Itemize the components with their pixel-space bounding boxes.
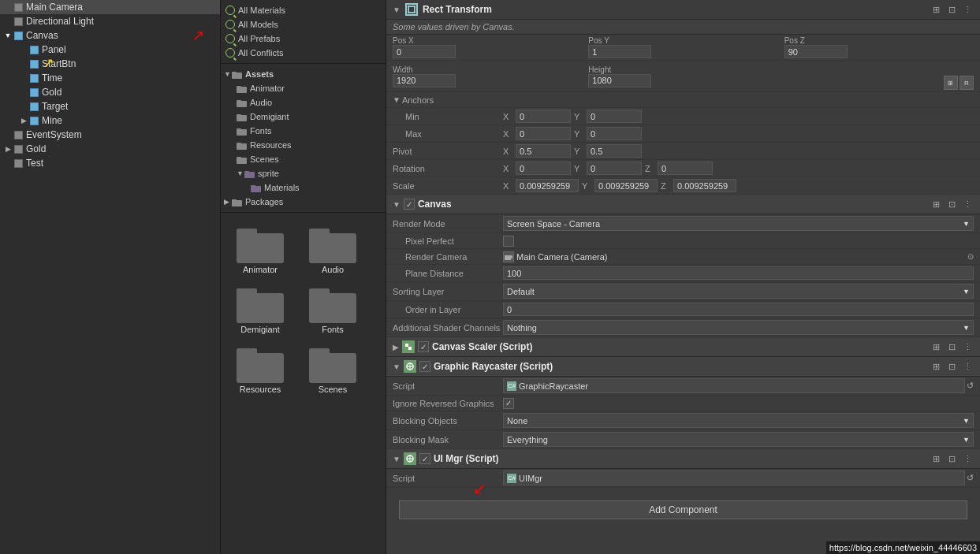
anchors-min-x-input[interactable] <box>516 110 571 123</box>
folder-icon-materials <box>251 184 261 192</box>
hierarchy-item-panel[interactable]: Panel <box>0 43 220 57</box>
search-all-conflicts[interactable]: All Conflicts <box>221 46 386 60</box>
plane-distance-input[interactable] <box>503 266 974 280</box>
asset-folder-scenes[interactable]: Scenes <box>301 344 364 394</box>
graphic-raycaster-checkbox[interactable]: ✓ <box>419 361 430 372</box>
anchors-toggle[interactable]: ▼ Anchors <box>393 95 512 105</box>
expand-canvas-scaler[interactable]: ▶ <box>393 343 399 351</box>
wh-btn-b[interactable]: R <box>960 76 974 90</box>
hierarchy-item-gold-child[interactable]: Gold <box>0 85 220 99</box>
pivot-y-input[interactable] <box>587 144 642 158</box>
asset-folder-animator[interactable]: Animator <box>229 224 292 274</box>
hierarchy-item-gold[interactable]: ▶ Gold <box>0 142 220 156</box>
hierarchy-item-startbtn[interactable]: StartBtn ↗ <box>0 57 220 71</box>
hierarchy-item-test[interactable]: Test <box>0 156 220 170</box>
scale-y-input[interactable] <box>594 179 658 192</box>
height-input[interactable] <box>588 74 651 87</box>
canvas-scaler-btn1[interactable]: ⊞ <box>930 340 942 353</box>
hierarchy-item-time[interactable]: Time <box>0 71 220 85</box>
ui-mgr-btn2[interactable]: ⊡ <box>945 452 958 465</box>
asset-folder-demigiant[interactable]: Demigiant <box>229 284 292 334</box>
hierarchy-item-target[interactable]: Target <box>0 99 220 113</box>
search-all-models[interactable]: All Models <box>221 17 386 32</box>
add-component-button[interactable]: Add Component <box>399 500 967 519</box>
anchors-max-x-input[interactable] <box>516 127 571 140</box>
search-all-materials[interactable]: All Materials <box>221 3 386 17</box>
tree-item-resources[interactable]: Resources <box>221 138 386 152</box>
pivot-x-input[interactable] <box>516 144 571 158</box>
pos-y-input[interactable] <box>588 45 651 58</box>
canvas-btn2[interactable]: ⊡ <box>945 198 958 210</box>
canvas-scaler-checkbox[interactable]: ✓ <box>418 341 429 352</box>
anchors-max-y-input[interactable] <box>587 127 642 140</box>
expand-anchors[interactable]: ▼ <box>393 95 401 104</box>
search-icon-materials <box>225 6 235 15</box>
canvas-btn1[interactable]: ⊞ <box>930 198 942 210</box>
rotation-y-input[interactable] <box>587 162 642 175</box>
hierarchy-item-eventsystem[interactable]: EventSystem <box>0 128 220 142</box>
tree-item-sprite[interactable]: ▼ sprite <box>221 166 386 180</box>
search-all-prefabs[interactable]: All Prefabs <box>221 32 386 46</box>
expand-assets[interactable]: ▼ <box>224 70 232 78</box>
tree-item-animator[interactable]: Animator <box>221 81 386 95</box>
render-mode-dropdown[interactable]: Screen Space - Camera ▼ <box>503 216 974 231</box>
expand-canvas[interactable]: ▼ <box>393 200 401 209</box>
ui-mgr-btn3[interactable]: ⋮ <box>961 452 974 465</box>
scale-x-input[interactable] <box>516 179 579 192</box>
tree-item-assets[interactable]: ▼ Assets <box>221 67 386 81</box>
tree-item-scenes[interactable]: Scenes <box>221 152 386 166</box>
rect-icon-btn1[interactable]: ⊞ <box>930 3 942 16</box>
target-icon[interactable]: ⊙ <box>967 252 974 261</box>
expand-arrow-rect[interactable]: ▼ <box>393 6 401 14</box>
expand-arrow-canvas[interactable]: ▼ <box>3 31 13 40</box>
sorting-layer-dropdown[interactable]: Default ▼ <box>503 284 974 299</box>
tree-item-fonts[interactable]: Fonts <box>221 124 386 138</box>
asset-folder-audio[interactable]: Audio <box>301 224 364 274</box>
expand-sprite[interactable]: ▼ <box>237 169 244 177</box>
blocking-mask-dropdown[interactable]: Everything ▼ <box>503 432 974 447</box>
width-input[interactable] <box>393 74 456 87</box>
shader-channels-dropdown[interactable]: Nothing ▼ <box>503 320 974 335</box>
blocking-objects-dropdown[interactable]: None ▼ <box>503 413 974 428</box>
tree-item-packages[interactable]: ▶ Packages <box>221 195 386 209</box>
graphic-raycaster-btn1[interactable]: ⊞ <box>930 360 942 373</box>
gr-refresh-icon[interactable]: ↺ <box>967 381 974 391</box>
hierarchy-item-main-camera[interactable]: Main Camera <box>0 0 220 14</box>
expand-graphic-raycaster[interactable]: ▼ <box>393 363 401 371</box>
tree-item-demigiant[interactable]: Demigiant <box>221 110 386 124</box>
expand-arrow-mine[interactable]: ▶ <box>19 116 28 125</box>
graphic-raycaster-btn3[interactable]: ⋮ <box>961 360 974 373</box>
gr-script-value: GraphicRaycaster <box>519 381 961 391</box>
pos-x-input[interactable] <box>393 45 456 58</box>
asset-folder-fonts[interactable]: Fonts <box>301 284 364 334</box>
asset-folder-resources[interactable]: Resources <box>229 344 292 394</box>
scale-z-input[interactable] <box>673 179 736 192</box>
ui-mgr-btn1[interactable]: ⊞ <box>930 452 942 465</box>
ui-mgr-checkbox[interactable]: ✓ <box>419 453 430 464</box>
graphic-raycaster-btn2[interactable]: ⊡ <box>945 360 958 373</box>
rect-icon-btn2[interactable]: ⊡ <box>945 3 958 16</box>
tree-item-audio[interactable]: Audio <box>221 95 386 110</box>
anchors-min-y-input[interactable] <box>587 110 642 123</box>
canvas-checkbox[interactable]: ✓ <box>404 199 415 210</box>
tree-item-materials[interactable]: Materials <box>221 180 386 195</box>
order-in-layer-input[interactable] <box>503 303 974 316</box>
expand-arrow-gold[interactable]: ▶ <box>3 144 13 154</box>
pos-z-input[interactable] <box>784 45 848 58</box>
canvas-btn3[interactable]: ⋮ <box>961 198 974 210</box>
wh-btn-r[interactable]: ⊞ <box>944 76 958 90</box>
rotation-z-input[interactable] <box>658 162 713 175</box>
expand-packages[interactable]: ▶ <box>224 198 232 206</box>
hierarchy-item-canvas[interactable]: ▼ Canvas ↗ <box>0 28 220 43</box>
canvas-scaler-btn2[interactable]: ⊡ <box>945 340 958 353</box>
ignore-reversed-checkbox[interactable]: ✓ <box>503 398 514 409</box>
hierarchy-item-directional-light[interactable]: Directional Light <box>0 14 220 28</box>
canvas-scaler-btn3[interactable]: ⋮ <box>961 340 974 353</box>
dropdown-arrow-render: ▼ <box>963 220 970 228</box>
rect-icon-btn3[interactable]: ⋮ <box>961 3 974 16</box>
rotation-x-input[interactable] <box>516 162 571 175</box>
hierarchy-item-mine[interactable]: ▶ Mine <box>0 113 220 128</box>
ui-mgr-refresh-icon[interactable]: ↺ <box>967 473 974 483</box>
expand-ui-mgr[interactable]: ▼ <box>393 455 401 463</box>
pixel-perfect-checkbox[interactable] <box>503 236 514 247</box>
